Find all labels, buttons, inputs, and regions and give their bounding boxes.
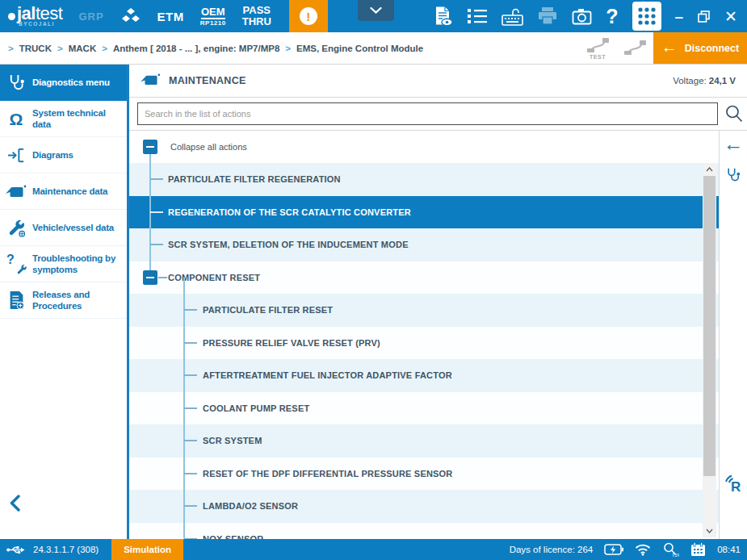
collapse-group-button[interactable]: [143, 270, 157, 285]
apps-grid-icon[interactable]: [632, 2, 661, 31]
sidebar-collapse-button[interactable]: [10, 495, 20, 515]
svg-text:75%: 75%: [672, 553, 679, 558]
action-item[interactable]: SCR SYSTEM, DELETION OF THE INDUCEMENT M…: [129, 228, 719, 261]
report-document-icon[interactable]: [434, 6, 453, 27]
zoom-level-icon[interactable]: 75%: [662, 542, 679, 558]
action-item[interactable]: NOX SENSOR: [129, 523, 719, 540]
chevron-left-icon: [10, 495, 20, 512]
chevron-down-icon: [370, 7, 382, 14]
logo-subtitle: BYCOJALI: [19, 22, 62, 27]
scroll-up-button[interactable]: [703, 163, 716, 176]
usb-icon: [6, 545, 25, 555]
tree-connector-tick: [184, 538, 197, 539]
action-item-selected[interactable]: REGENERATION OF THE SCR CATALYTIC CONVER…: [129, 196, 719, 229]
help-icon[interactable]: ?: [606, 6, 618, 27]
stethoscope-icon: [0, 73, 32, 92]
action-item-group[interactable]: COMPONENT RESET: [129, 261, 719, 295]
disconnect-button[interactable]: ← Disconnect: [653, 32, 747, 64]
remote-diagnostics-icon[interactable]: R: [724, 473, 744, 497]
battery-icon[interactable]: [604, 544, 623, 555]
action-item[interactable]: LAMBDA/O2 SENSOR: [129, 490, 719, 523]
search-button[interactable]: [720, 104, 747, 123]
breadcrumb-item-model[interactable]: Anthem [ 2018 - ... ], engine: MP7/MP8: [113, 44, 279, 53]
tree-connector-tick: [184, 309, 197, 311]
breadcrumb-separator: >: [285, 44, 291, 53]
tree-connector-tick: [184, 374, 197, 376]
statusbar-left: 24.3.1.1.7 (308) Simulation: [0, 539, 183, 560]
sidebar-item-vehicle-vessel-data[interactable]: Vehicle/vessel data: [0, 210, 127, 246]
main-panel: MAINTENANCE Voltage:24,1 V: [129, 65, 747, 539]
grp-label: GRP: [78, 10, 103, 23]
breadcrumb-separator: >: [102, 44, 107, 53]
sidebar: Diagnostics menu Ω System technical data…: [0, 65, 129, 539]
action-item[interactable]: PARTICULATE FILTER RESET: [129, 294, 719, 327]
breadcrumb-separator: >: [8, 44, 14, 53]
search-row: [129, 98, 747, 131]
scrollbar-thumb[interactable]: [703, 176, 716, 476]
tree-connector-tick: [184, 407, 197, 409]
minimize-button[interactable]: –: [675, 9, 684, 24]
tree-connector-tick: [184, 473, 197, 474]
sidebar-item-diagrams[interactable]: Diagrams: [0, 137, 127, 173]
pass-thru-button[interactable]: PASS THRU: [242, 5, 271, 27]
keyboard-icon[interactable]: [501, 7, 523, 26]
simulation-badge[interactable]: Simulation: [111, 539, 183, 560]
statusbar: 24.3.1.1.7 (308) Simulation Days of lice…: [0, 539, 747, 560]
tree-connector-tick: [184, 342, 197, 344]
action-item[interactable]: PARTICULATE FILTER REGENERATION: [129, 163, 719, 196]
go-back-button[interactable]: ←: [724, 134, 744, 154]
breadcrumb-item-make[interactable]: MACK: [69, 44, 97, 53]
warning-icon: !: [300, 7, 317, 25]
action-item[interactable]: PRESSURE RELIEF VALVE RESET (PRV): [129, 327, 719, 360]
breadcrumb-separator: >: [57, 44, 63, 53]
tree-connector-line: [149, 154, 151, 163]
sidebar-item-diagnostics-menu[interactable]: Diagnostics menu: [0, 65, 127, 101]
sidebar-item-releases-procedures[interactable]: Releases and Procedures: [0, 282, 127, 319]
collapse-all-row: Collapse all actions: [129, 131, 719, 163]
warning-button[interactable]: !: [289, 0, 328, 32]
diagram-icon: [0, 146, 32, 165]
restore-window-button[interactable]: [697, 10, 711, 23]
list-icon[interactable]: [467, 7, 488, 25]
action-item[interactable]: RESET OF THE DPF DIFFERENTIAL PRESSURE S…: [129, 458, 719, 491]
calendar-icon[interactable]: [690, 542, 706, 557]
tree-connector-tick: [184, 440, 197, 441]
oem-rp1210-button[interactable]: OEM RP1210: [200, 6, 226, 27]
tree-connector-tick: [150, 244, 163, 245]
search-input[interactable]: [137, 102, 718, 125]
licence-days-label: Days of licence: 264: [510, 545, 594, 554]
tree-connector-tick: [158, 277, 167, 278]
connection-controls: TEST ← Disconnect: [579, 32, 747, 64]
close-button[interactable]: ✕: [724, 9, 737, 24]
sidebar-item-troubleshooting[interactable]: ? Troubleshooting by symptoms: [0, 246, 127, 282]
action-item[interactable]: SCR SYSTEM: [129, 424, 719, 458]
tree-connector-tick: [150, 178, 163, 180]
action-item[interactable]: AFTERTREATMENT FUEL INJECTOR ADAPTIVE FA…: [129, 359, 719, 392]
diagnostics-connector-icon: [616, 40, 653, 57]
tree-connector-tick: [150, 211, 163, 213]
collapse-all-button[interactable]: [143, 140, 157, 154]
back-arrow-icon: ←: [661, 38, 678, 56]
clock-time: 08:41: [717, 545, 741, 554]
action-item[interactable]: COOLANT PUMP RESET: [129, 392, 719, 425]
diagnostics-shortcut-icon[interactable]: [725, 167, 741, 186]
etm-button[interactable]: ETM: [157, 10, 184, 23]
camera-icon[interactable]: [572, 8, 592, 25]
main-header: MAINTENANCE Voltage:24,1 V: [129, 65, 747, 98]
sidebar-item-maintenance-data[interactable]: Maintenance data: [0, 173, 127, 210]
sidebar-item-system-technical-data[interactable]: Ω System technical data: [0, 101, 127, 137]
wifi-icon[interactable]: [635, 543, 651, 556]
scrollbar[interactable]: [703, 163, 716, 537]
question-wrench-icon: ?: [6, 255, 26, 273]
scroll-down-button[interactable]: [703, 524, 716, 537]
topbar-chevron-down-button[interactable]: [358, 0, 394, 21]
maintenance-oil-can-icon: [141, 73, 161, 90]
logo-text-bold: jal: [17, 5, 36, 23]
breadcrumb-item-truck[interactable]: TRUCK: [19, 44, 52, 53]
tree-connector-line: [149, 163, 151, 278]
app-window: jal test BYCOJALI GRP ETM OEM RP1210 PAS…: [0, 0, 747, 560]
topbar-right-group: ? – ✕: [434, 2, 747, 31]
breadcrumb-item-system[interactable]: EMS, Engine Control Module: [296, 44, 423, 53]
modules-cubes-icon[interactable]: [120, 6, 141, 27]
tree-connector-tick: [184, 505, 197, 507]
